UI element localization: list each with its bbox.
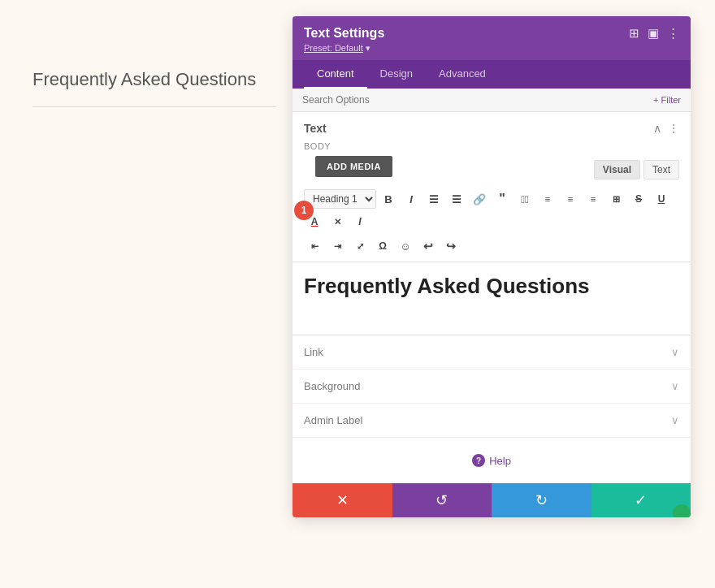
help-label[interactable]: Help xyxy=(489,455,511,467)
admin-label-chevron-icon: ∨ xyxy=(671,414,679,426)
tab-advanced[interactable]: Advanced xyxy=(426,60,499,89)
panel-header: Text Settings ⊞ ▣ ⋮ Preset: Default ▾ xyxy=(292,16,691,60)
bold-button[interactable]: B xyxy=(378,188,399,210)
align-right-button[interactable]: ≡ xyxy=(560,188,581,210)
green-circle-icon xyxy=(673,504,691,517)
emoji-button[interactable]: ☺ xyxy=(395,236,416,257)
background-collapsible[interactable]: Background ∨ xyxy=(292,370,691,404)
undo-footer-button[interactable]: ↺ xyxy=(392,483,492,517)
clear-button[interactable]: ✕ xyxy=(327,211,348,232)
expand-icon[interactable]: ⊞ xyxy=(629,26,639,41)
toolbar-row1: Heading 1 B I ☰ ☰ 🔗 "  ≡ ≡ ≡ ⊞ S U A ✕… xyxy=(304,188,679,232)
section-controls: ∧ ⋮ xyxy=(653,122,679,135)
editor-content-area[interactable]: Frequently Asked Questions xyxy=(292,262,691,335)
link-label: Link xyxy=(304,346,323,358)
panel-header-icons: ⊞ ▣ ⋮ xyxy=(629,26,679,41)
special-char-button[interactable]: Ω xyxy=(372,236,393,257)
panel-footer: ✕ ↺ ↻ ✓ xyxy=(292,483,691,517)
filter-button[interactable]: + Filter xyxy=(653,95,681,105)
link-button[interactable]: 🔗 xyxy=(469,188,490,210)
editor-heading-text: Frequently Asked Questions xyxy=(304,274,679,299)
link-chevron-icon: ∨ xyxy=(671,346,679,358)
italic2-button[interactable]: I xyxy=(349,211,370,232)
fullscreen-button[interactable]: ⤢ xyxy=(349,236,370,257)
admin-label-collapsible[interactable]: Admin Label ∨ xyxy=(292,404,691,438)
strikethrough-button[interactable]: S xyxy=(628,188,649,210)
redo-button[interactable]: ↪ xyxy=(440,236,462,257)
columns-icon[interactable]: ▣ xyxy=(648,26,659,41)
heading-select[interactable]: Heading 1 xyxy=(304,189,376,209)
panel-tabs: Content Design Advanced xyxy=(292,60,691,89)
search-bar: + Filter xyxy=(292,89,691,112)
step-badge: 1 xyxy=(294,201,314,220)
admin-label-text: Admin Label xyxy=(304,414,362,426)
toolbar-area: Heading 1 B I ☰ ☰ 🔗 "  ≡ ≡ ≡ ⊞ S U A ✕… xyxy=(292,188,691,262)
panel-preset: Preset: Default ▾ xyxy=(304,43,679,54)
italic-button[interactable]: I xyxy=(401,188,422,210)
help-icon[interactable]: ? xyxy=(472,454,485,467)
panel-body: Text ∧ ⋮ Body ADD MEDIA Visual Text Head… xyxy=(292,112,691,483)
toolbar-row2: ⇤ ⇥ ⤢ Ω ☺ ↩ ↪ xyxy=(304,236,679,257)
redo-footer-button[interactable]: ↻ xyxy=(492,483,592,517)
tab-content[interactable]: Content xyxy=(304,60,367,89)
ol-button[interactable]: ☰ xyxy=(446,188,467,210)
outdent-button[interactable]: ⇤ xyxy=(304,236,325,257)
help-row: ? Help xyxy=(292,438,691,483)
add-media-button[interactable]: ADD MEDIA xyxy=(315,156,392,177)
undo-button[interactable]: ↩ xyxy=(418,236,439,257)
background-title: Frequently Asked Questions xyxy=(32,69,276,90)
background-divider xyxy=(32,106,276,107)
align-justify-button[interactable]: ≡ xyxy=(583,188,604,210)
ul-button[interactable]: ☰ xyxy=(423,188,444,210)
visual-mode-button[interactable]: Visual xyxy=(594,160,640,179)
section-collapse-icon[interactable]: ∧ xyxy=(653,122,661,135)
preset-link[interactable]: Preset: Default xyxy=(304,43,363,53)
section-title: Text xyxy=(304,122,327,135)
table-button[interactable]: ⊞ xyxy=(605,188,626,210)
cancel-button[interactable]: ✕ xyxy=(292,483,392,517)
panel-title: Text Settings xyxy=(304,26,384,41)
search-input[interactable] xyxy=(302,94,653,106)
section-header: Text ∧ ⋮ xyxy=(292,112,691,141)
section-more-icon[interactable]: ⋮ xyxy=(668,122,679,135)
text-settings-panel: Text Settings ⊞ ▣ ⋮ Preset: Default ▾ Co… xyxy=(292,16,691,517)
tab-design[interactable]: Design xyxy=(367,60,426,89)
blockquote-button[interactable]: " xyxy=(492,188,513,210)
text-mode-button[interactable]: Text xyxy=(644,160,679,179)
background-content: Frequently Asked Questions xyxy=(32,69,276,107)
body-label: Body xyxy=(292,141,691,156)
indent-button[interactable]: ⇥ xyxy=(327,236,348,257)
background-label: Background xyxy=(304,380,360,392)
align-center-button[interactable]: ≡ xyxy=(537,188,558,210)
underline-button[interactable]: U xyxy=(651,188,672,210)
link-collapsible[interactable]: Link ∨ xyxy=(292,335,691,370)
more-icon[interactable]: ⋮ xyxy=(667,26,679,41)
background-chevron-icon: ∨ xyxy=(671,380,679,392)
align-left-button[interactable]:  xyxy=(514,188,535,210)
